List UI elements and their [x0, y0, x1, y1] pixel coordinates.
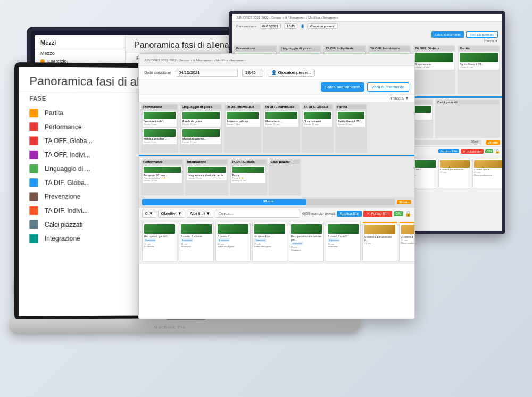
phase-col-partita: Partita Partita libera di 20... Durata: … — [458, 45, 500, 94]
training-dialog: JUNIORES 2021-2022 › Sessioni di Allenam… — [138, 53, 415, 319]
traccia-label: Traccia ▼ — [232, 39, 502, 43]
date-input[interactable]: 04/10/2021 — [260, 23, 281, 29]
monitor-header: JUNIORES 2021-2022 › Sessioni di Allenam… — [232, 14, 502, 22]
d-card[interactable]: Propriorettiva M... Durata: 5 min — [142, 110, 177, 127]
dialog-lib-card-3[interactable]: 4 contro 4 con... Transizioni 21 min Sma… — [252, 222, 287, 262]
monitor-toolbar: Salva allenamento Vedi allenamento — [232, 30, 502, 39]
altri-filtri-btn[interactable]: Altri filtri ▼ — [187, 210, 214, 218]
dialog-lib-card-4[interactable]: Recupero è scatta azione per... Transizi… — [289, 222, 324, 262]
apply-btn[interactable]: Applica filtri — [337, 211, 362, 217]
dialog-header: JUNIORES 2021-2022 › Sessioni di Allenam… — [139, 54, 414, 66]
dialog-timeline-1: Prevenzione Propriorettiva M... Durata: … — [139, 102, 414, 155]
dialog-lib-card-6[interactable]: 5 contro 1 per assicuro e... 21 min — [362, 222, 397, 262]
dialog-breadcrumb: JUNIORES 2021-2022 › Sessioni di Allenam… — [144, 59, 246, 62]
sidebar-subtitle: Mezzo — [35, 48, 125, 57]
d-card[interactable]: Partita libera di 20... Durata: 20 min — [336, 110, 366, 127]
monitor-breadcrumb: JUNIORES 2021-2022 › Sessioni di Allenam… — [236, 16, 498, 19]
dialog-phase-linguaggio: Linguaggio di gioco Rueda de passe... Du… — [180, 104, 222, 153]
dialog-time-input[interactable] — [242, 69, 263, 77]
time-input[interactable]: 18:45 — [284, 23, 297, 29]
d-card2[interactable]: Aeroporto 20 man... Potenza aerobica ⚡⚡ … — [142, 165, 182, 184]
dialog-lib-card-0[interactable]: Recupero il guido il... Transizioni 14 m… — [142, 222, 177, 262]
lock-icon2: 🔒 — [405, 211, 411, 217]
dialog-lib-card-7[interactable]: 3 contro 3 per la... 21 min Gioco condiz… — [399, 222, 414, 262]
dialog-phase-ta-dif-ind: TA DIF. Individuale Possesso palla na...… — [224, 104, 261, 153]
sidebar-title: Mezzi — [35, 35, 125, 48]
exercise-count: 4839 esercizi trovati — [302, 212, 335, 216]
filter-select[interactable]: 0 ▼ — [142, 210, 156, 218]
d-card[interactable]: Marcamento... Durata: 15 min — [264, 110, 299, 127]
on-toggle[interactable]: ON — [485, 149, 493, 153]
lib-card-7[interactable]: 3 contro 3 per la... 21 min Gioco condiz… — [472, 159, 502, 188]
d-card[interactable]: Marcatura a uomo... Durata: 12 min — [181, 128, 221, 145]
view-button[interactable]: Vedi allenamento — [466, 31, 498, 38]
dialog-timeline-2: 2 contro 2 con 2... aggiungi... Transizi… — [139, 155, 414, 197]
dialog-session-row: Data sessione 👤 Giocatori presenti — [139, 66, 414, 80]
dialog-phase2-integrazione: Integrazione Integrazione individuale pe… — [185, 159, 228, 195]
dialog-save-button[interactable]: Salva allenamento — [321, 82, 364, 92]
lock-icon: 🔒 — [495, 149, 500, 154]
dialog-search[interactable] — [215, 210, 300, 218]
d-card2[interactable]: Forza... Forza ⚡⚡ Durata: 10 min — [231, 165, 266, 184]
dialog-phase2-performance: Performance Aeroporto 20 man... Potenza … — [141, 159, 184, 195]
save-button[interactable]: Salva allenamento — [431, 31, 464, 38]
d-card2[interactable]: Integrazione individuale per le... Durat… — [186, 165, 227, 181]
monitor-session-row: Data sessione 04/10/2021 18:45 👤 Giocato… — [232, 22, 502, 30]
dialog-phase-ta-off-ind: TA OFF. Individuale Marcamento... Durata… — [263, 104, 300, 153]
exercise-card[interactable]: Smarcamento... Durata: 18 min — [414, 52, 454, 70]
dialog-traccia[interactable]: Traccia ▼ — [139, 95, 414, 102]
dialog-lib-card-1[interactable]: 3 contro 2 volante... Transizioni 21 min… — [179, 222, 214, 262]
d-card[interactable]: Possesso palla na... Durata: 15 min — [225, 110, 260, 127]
on-badge[interactable]: ON — [394, 211, 404, 216]
exercise-card[interactable]: Partita libera di 20... Durata: 20 min — [459, 52, 499, 70]
dialog-progress: 90 min 30 min — [139, 197, 414, 207]
d-card[interactable]: Rueda de passe... Durata: 10 min — [181, 110, 221, 127]
dialog-actions: Salva allenamento Vedi allenamento — [139, 80, 414, 95]
dialog-filter-row: 0 ▼ Obiettivi ▼ Altri filtri ▼ 4839 eser… — [139, 207, 414, 220]
d-card[interactable]: Smarcamento... Durata: 18 min — [303, 110, 332, 127]
dialog-phase2-calci: Calci piazzati — [269, 159, 301, 195]
dialog-library: Recupero il guido il... Transizioni 14 m… — [139, 220, 414, 264]
phase2-calci: Calci piazzati — [435, 99, 500, 138]
dialog-phase-ta-off-glob: TA OFF. Globale Smarcamento... Durata: 1… — [302, 104, 334, 153]
obiettivi-btn[interactable]: Obiettivi ▼ — [158, 210, 185, 218]
dialog-phase2-ta-dif: TA DIF. Globale Forza... Forza ⚡⚡ Durata… — [230, 159, 267, 195]
dialog-phase-partita: Partita Partita libera di 20... Durata: … — [335, 104, 367, 153]
clear-filters-button[interactable]: ✕ Pulisci filtri — [461, 149, 484, 154]
dialog-lib-card-5[interactable]: 2 contro 0 con 2... Transizioni 30 min S… — [326, 222, 361, 262]
dialog-phase-prevenzione: Prevenzione Propriorettiva M... Durata: … — [141, 104, 178, 153]
dialog-date-input[interactable] — [176, 69, 238, 77]
dialog-view-button[interactable]: Vedi allenamento — [367, 82, 409, 92]
clear-btn[interactable]: ✕ Pulisci filtri — [363, 211, 392, 217]
phase-col-ta-off-glob: TA OFF. Globale Smarcamento... Durata: 1… — [413, 45, 455, 94]
dialog-lib-card-2[interactable]: 3 contro 2... Transizioni 10 min Small s… — [215, 222, 251, 262]
macbook-label: MacBook Pro — [154, 325, 186, 329]
players-input[interactable]: Giocatori presenti — [307, 23, 338, 29]
d-card[interactable]: Mobilità articolare... Durata: 5 min — [142, 128, 177, 145]
apply-filters-button[interactable]: Applica filtri — [438, 149, 459, 153]
dialog-players-button[interactable]: 👤 Giocatori presenti — [268, 69, 315, 77]
lib-card-6[interactable]: 5 contro 1 per assicuro e... 21 min — [438, 159, 471, 188]
